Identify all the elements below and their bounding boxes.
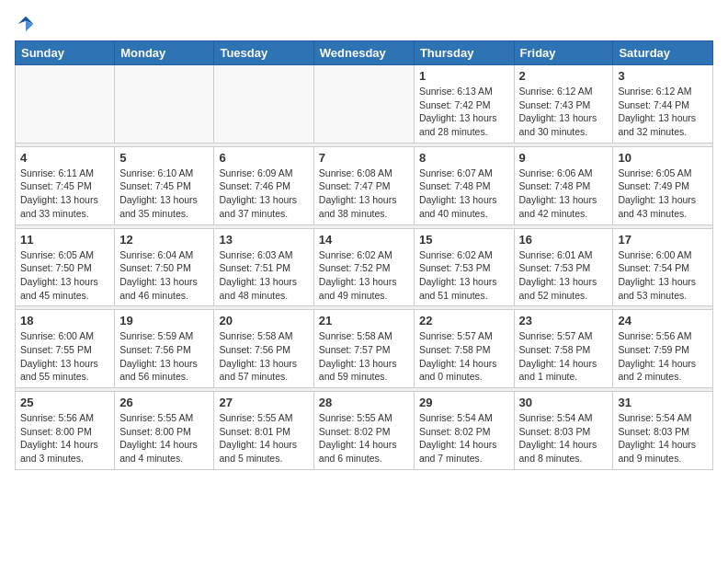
- day-info: Sunrise: 6:00 AM Sunset: 7:55 PM Dayligh…: [20, 329, 109, 384]
- day-number: 14: [319, 233, 409, 247]
- calendar-cell: 21Sunrise: 5:58 AM Sunset: 7:57 PM Dayli…: [313, 310, 414, 388]
- calendar-cell: 22Sunrise: 5:57 AM Sunset: 7:58 PM Dayli…: [414, 310, 514, 388]
- day-info: Sunrise: 5:57 AM Sunset: 7:58 PM Dayligh…: [419, 329, 509, 384]
- day-info: Sunrise: 6:12 AM Sunset: 7:44 PM Dayligh…: [618, 85, 708, 139]
- day-number: 9: [519, 151, 609, 165]
- calendar-cell: [16, 65, 115, 144]
- week-row-4: 18Sunrise: 6:00 AM Sunset: 7:55 PM Dayli…: [16, 310, 713, 388]
- day-info: Sunrise: 5:59 AM Sunset: 7:56 PM Dayligh…: [119, 329, 209, 384]
- calendar-cell: 2Sunrise: 6:12 AM Sunset: 7:43 PM Daylig…: [514, 65, 613, 144]
- calendar-cell: 16Sunrise: 6:01 AM Sunset: 7:53 PM Dayli…: [514, 228, 613, 306]
- svg-marker-1: [26, 21, 33, 32]
- calendar-table: SundayMondayTuesdayWednesdayThursdayFrid…: [15, 40, 713, 470]
- day-info: Sunrise: 5:57 AM Sunset: 7:58 PM Dayligh…: [519, 329, 609, 384]
- day-number: 15: [419, 233, 509, 247]
- day-info: Sunrise: 5:58 AM Sunset: 7:56 PM Dayligh…: [219, 329, 308, 384]
- day-info: Sunrise: 6:01 AM Sunset: 7:53 PM Dayligh…: [519, 248, 609, 303]
- calendar-cell: 24Sunrise: 5:56 AM Sunset: 7:59 PM Dayli…: [613, 310, 713, 388]
- calendar-cell: 4Sunrise: 6:11 AM Sunset: 7:45 PM Daylig…: [16, 146, 115, 224]
- day-number: 10: [618, 151, 708, 165]
- day-header-tuesday: Tuesday: [214, 41, 313, 65]
- calendar-cell: 9Sunrise: 6:06 AM Sunset: 7:48 PM Daylig…: [514, 146, 613, 224]
- page-header: [15, 15, 713, 33]
- calendar-cell: 27Sunrise: 5:55 AM Sunset: 8:01 PM Dayli…: [214, 392, 313, 470]
- day-info: Sunrise: 5:55 AM Sunset: 8:00 PM Dayligh…: [119, 411, 209, 465]
- day-number: 29: [419, 396, 509, 409]
- day-info: Sunrise: 6:02 AM Sunset: 7:52 PM Dayligh…: [319, 248, 409, 303]
- day-info: Sunrise: 6:08 AM Sunset: 7:47 PM Dayligh…: [319, 167, 409, 221]
- day-info: Sunrise: 5:54 AM Sunset: 8:03 PM Dayligh…: [519, 411, 609, 465]
- day-number: 6: [219, 151, 308, 165]
- calendar-cell: 29Sunrise: 5:54 AM Sunset: 8:02 PM Dayli…: [414, 392, 514, 470]
- week-row-3: 11Sunrise: 6:05 AM Sunset: 7:50 PM Dayli…: [16, 228, 713, 306]
- day-info: Sunrise: 5:55 AM Sunset: 8:02 PM Dayligh…: [319, 411, 409, 465]
- week-row-1: 1Sunrise: 6:13 AM Sunset: 7:42 PM Daylig…: [16, 65, 713, 144]
- day-number: 28: [319, 396, 409, 409]
- calendar-cell: [115, 65, 214, 144]
- day-header-wednesday: Wednesday: [313, 41, 414, 65]
- logo: [15, 15, 35, 33]
- day-info: Sunrise: 5:55 AM Sunset: 8:01 PM Dayligh…: [219, 411, 308, 465]
- day-info: Sunrise: 6:05 AM Sunset: 7:50 PM Dayligh…: [20, 248, 109, 303]
- day-info: Sunrise: 6:12 AM Sunset: 7:43 PM Dayligh…: [519, 85, 609, 139]
- day-info: Sunrise: 6:02 AM Sunset: 7:53 PM Dayligh…: [419, 248, 509, 303]
- day-info: Sunrise: 5:56 AM Sunset: 8:00 PM Dayligh…: [20, 411, 109, 465]
- day-number: 3: [618, 69, 708, 83]
- day-header-sunday: Sunday: [16, 41, 115, 65]
- calendar-cell: 19Sunrise: 5:59 AM Sunset: 7:56 PM Dayli…: [115, 310, 214, 388]
- day-number: 8: [419, 151, 509, 165]
- calendar-cell: 7Sunrise: 6:08 AM Sunset: 7:47 PM Daylig…: [313, 146, 414, 224]
- week-row-2: 4Sunrise: 6:11 AM Sunset: 7:45 PM Daylig…: [16, 146, 713, 224]
- day-number: 22: [419, 314, 509, 327]
- day-info: Sunrise: 6:07 AM Sunset: 7:48 PM Dayligh…: [419, 167, 509, 221]
- calendar-cell: 8Sunrise: 6:07 AM Sunset: 7:48 PM Daylig…: [414, 146, 514, 224]
- day-header-thursday: Thursday: [414, 41, 514, 65]
- day-number: 16: [519, 233, 609, 247]
- day-number: 4: [20, 151, 109, 165]
- calendar-cell: [313, 65, 414, 144]
- day-info: Sunrise: 6:06 AM Sunset: 7:48 PM Dayligh…: [519, 167, 609, 221]
- day-info: Sunrise: 5:56 AM Sunset: 7:59 PM Dayligh…: [618, 329, 708, 384]
- day-info: Sunrise: 5:54 AM Sunset: 8:03 PM Dayligh…: [618, 411, 708, 465]
- day-header-friday: Friday: [514, 41, 613, 65]
- calendar-cell: 3Sunrise: 6:12 AM Sunset: 7:44 PM Daylig…: [613, 65, 713, 144]
- day-info: Sunrise: 6:11 AM Sunset: 7:45 PM Dayligh…: [20, 167, 109, 221]
- calendar-cell: [214, 65, 313, 144]
- calendar-cell: 10Sunrise: 6:05 AM Sunset: 7:49 PM Dayli…: [613, 146, 713, 224]
- day-info: Sunrise: 6:03 AM Sunset: 7:51 PM Dayligh…: [219, 248, 308, 303]
- day-info: Sunrise: 5:54 AM Sunset: 8:02 PM Dayligh…: [419, 411, 509, 465]
- calendar-cell: 13Sunrise: 6:03 AM Sunset: 7:51 PM Dayli…: [214, 228, 313, 306]
- logo-icon: [17, 15, 35, 33]
- day-number: 23: [519, 314, 609, 327]
- day-header-saturday: Saturday: [613, 41, 713, 65]
- calendar-cell: 28Sunrise: 5:55 AM Sunset: 8:02 PM Dayli…: [313, 392, 414, 470]
- calendar-cell: 17Sunrise: 6:00 AM Sunset: 7:54 PM Dayli…: [613, 228, 713, 306]
- day-number: 24: [618, 314, 708, 327]
- day-info: Sunrise: 6:04 AM Sunset: 7:50 PM Dayligh…: [119, 248, 209, 303]
- day-number: 5: [119, 151, 209, 165]
- calendar-cell: 5Sunrise: 6:10 AM Sunset: 7:45 PM Daylig…: [115, 146, 214, 224]
- calendar-cell: 18Sunrise: 6:00 AM Sunset: 7:55 PM Dayli…: [16, 310, 115, 388]
- calendar-cell: 25Sunrise: 5:56 AM Sunset: 8:00 PM Dayli…: [16, 392, 115, 470]
- calendar-cell: 20Sunrise: 5:58 AM Sunset: 7:56 PM Dayli…: [214, 310, 313, 388]
- day-info: Sunrise: 6:00 AM Sunset: 7:54 PM Dayligh…: [618, 248, 708, 303]
- day-number: 26: [119, 396, 209, 409]
- day-number: 18: [20, 314, 109, 327]
- calendar-cell: 1Sunrise: 6:13 AM Sunset: 7:42 PM Daylig…: [414, 65, 514, 144]
- day-info: Sunrise: 6:10 AM Sunset: 7:45 PM Dayligh…: [119, 167, 209, 221]
- day-number: 11: [20, 233, 109, 247]
- calendar-cell: 6Sunrise: 6:09 AM Sunset: 7:46 PM Daylig…: [214, 146, 313, 224]
- calendar-cell: 31Sunrise: 5:54 AM Sunset: 8:03 PM Dayli…: [613, 392, 713, 470]
- day-info: Sunrise: 6:05 AM Sunset: 7:49 PM Dayligh…: [618, 167, 708, 221]
- calendar-cell: 30Sunrise: 5:54 AM Sunset: 8:03 PM Dayli…: [514, 392, 613, 470]
- day-number: 12: [119, 233, 209, 247]
- calendar-cell: 11Sunrise: 6:05 AM Sunset: 7:50 PM Dayli…: [16, 228, 115, 306]
- calendar-cell: 15Sunrise: 6:02 AM Sunset: 7:53 PM Dayli…: [414, 228, 514, 306]
- day-number: 17: [618, 233, 708, 247]
- day-info: Sunrise: 5:58 AM Sunset: 7:57 PM Dayligh…: [319, 329, 409, 384]
- day-number: 1: [419, 69, 509, 83]
- day-number: 30: [519, 396, 609, 409]
- day-number: 25: [20, 396, 109, 409]
- day-number: 20: [219, 314, 308, 327]
- week-row-5: 25Sunrise: 5:56 AM Sunset: 8:00 PM Dayli…: [16, 392, 713, 470]
